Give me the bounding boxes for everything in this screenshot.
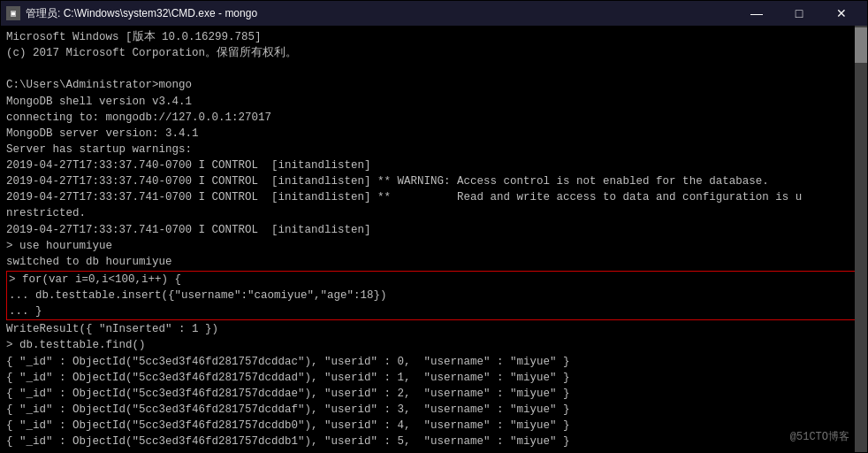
row-1: { "_id" : ObjectId("5cc3ed3f46fd281757dc…	[6, 370, 862, 386]
for-line-2: ... db.testtable.insert({"username":"cao…	[9, 288, 859, 303]
line-1: Microsoft Windows [版本 10.0.16299.785]	[6, 29, 862, 45]
terminal-body[interactable]: Microsoft Windows [版本 10.0.16299.785] (c…	[1, 26, 867, 452]
line-15: switched to db hourumiyue	[6, 254, 862, 270]
close-button[interactable]: ✕	[821, 4, 862, 23]
line-9: 2019-04-27T17:33:37.740-0700 I CONTROL […	[6, 157, 862, 173]
row-4: { "_id" : ObjectId("5cc3ed3f46fd281757dc…	[6, 418, 862, 434]
line-4: C:\Users\Administrator>mongo	[6, 77, 862, 93]
line-2: (c) 2017 Microsoft Corporation。保留所有权利。	[6, 45, 862, 61]
line-8: Server has startup warnings:	[6, 142, 862, 157]
row-6: { "_id" : ObjectId("5cc3ed3f46fd281757dc…	[6, 449, 862, 452]
line-5: MongoDB shell version v3.4.1	[6, 94, 862, 110]
line-find: > db.testtable.find()	[6, 337, 862, 353]
line-14: > use hourumiyue	[6, 238, 862, 254]
row-0: { "_id" : ObjectId("5cc3ed3f46fd281757dc…	[6, 354, 862, 370]
maximize-button[interactable]: □	[779, 4, 819, 23]
line-6: connecting to: mongodb://127.0.0.1:27017	[6, 110, 862, 126]
line-12: nrestricted.	[6, 205, 862, 221]
cmd-icon: ▣	[6, 6, 20, 20]
line-7: MongoDB server version: 3.4.1	[6, 126, 862, 142]
line-write-result: WriteResult({ "nInserted" : 1 })	[6, 321, 862, 337]
title-bar-left: ▣ 管理员: C:\Windows\system32\CMD.exe - mon…	[6, 6, 257, 21]
scrollbar-thumb[interactable]	[855, 27, 867, 63]
terminal-content: Microsoft Windows [版本 10.0.16299.785] (c…	[6, 29, 862, 452]
line-3	[6, 61, 862, 77]
minimize-button[interactable]: —	[736, 4, 777, 23]
for-line-1: > for(var i=0,i<100,i++) {	[9, 272, 859, 288]
cmd-window: ▣ 管理员: C:\Windows\system32\CMD.exe - mon…	[0, 0, 868, 453]
window-controls: — □ ✕	[736, 4, 862, 23]
line-10: 2019-04-27T17:33:37.740-0700 I CONTROL […	[6, 173, 862, 189]
scrollbar[interactable]	[855, 26, 867, 452]
for-loop-block: > for(var i=0,i<100,i++) { ... db.testta…	[6, 271, 862, 320]
for-line-3: ... }	[9, 303, 859, 319]
row-3: { "_id" : ObjectId("5cc3ed3f46fd281757dc…	[6, 402, 862, 418]
line-11: 2019-04-27T17:33:37.741-0700 I CONTROL […	[6, 189, 862, 205]
window-title: 管理员: C:\Windows\system32\CMD.exe - mongo	[26, 6, 257, 21]
title-bar: ▣ 管理员: C:\Windows\system32\CMD.exe - mon…	[1, 1, 867, 26]
watermark: @51CTO博客	[790, 430, 849, 445]
line-13: 2019-04-27T17:33:37.741-0700 I CONTROL […	[6, 222, 862, 238]
row-5: { "_id" : ObjectId("5cc3ed3f46fd281757dc…	[6, 434, 862, 449]
row-2: { "_id" : ObjectId("5cc3ed3f46fd281757dc…	[6, 386, 862, 402]
